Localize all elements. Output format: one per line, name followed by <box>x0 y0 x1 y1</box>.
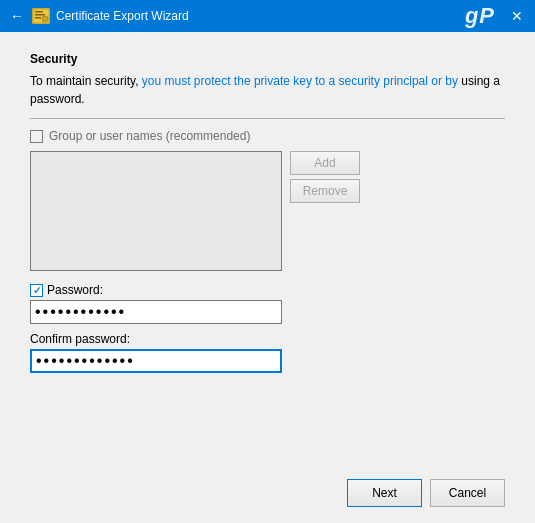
password-label-row: ✓ Password: <box>30 283 505 297</box>
password-label: Password: <box>47 283 103 297</box>
description-plain: To maintain security, <box>30 74 142 88</box>
watermark: gP <box>465 3 495 29</box>
dialog-title: Certificate Export Wizard <box>56 9 189 23</box>
listbox-buttons: Add Remove <box>290 151 360 271</box>
confirm-label-row: Confirm password: <box>30 332 505 346</box>
bottom-bar: Next Cancel <box>30 469 505 507</box>
title-bar-right: gP ✕ <box>465 3 527 29</box>
group-checkbox-label: Group or user names (recommended) <box>49 129 250 143</box>
svg-rect-2 <box>35 14 45 16</box>
section-title: Security <box>30 52 505 66</box>
security-description: To maintain security, you must protect t… <box>30 72 505 108</box>
confirm-password-input[interactable] <box>30 349 282 373</box>
cancel-button[interactable]: Cancel <box>430 479 505 507</box>
remove-button[interactable]: Remove <box>290 179 360 203</box>
dialog-body: Security To maintain security, you must … <box>0 32 535 523</box>
certificate-icon <box>32 8 50 24</box>
group-checkbox[interactable] <box>30 130 43 143</box>
title-bar-left: ← Certificate Export Wizard <box>8 7 189 25</box>
next-button[interactable]: Next <box>347 479 422 507</box>
listbox-area: Add Remove <box>30 151 505 271</box>
confirm-field-row: Confirm password: <box>30 332 505 373</box>
svg-point-4 <box>42 16 48 22</box>
section-divider <box>30 118 505 119</box>
back-button[interactable]: ← <box>8 7 26 25</box>
group-checkbox-row[interactable]: Group or user names (recommended) <box>30 129 505 143</box>
svg-rect-3 <box>35 17 41 19</box>
title-bar: ← Certificate Export Wizard gP ✕ <box>0 0 535 32</box>
close-button[interactable]: ✕ <box>507 6 527 26</box>
password-checkbox[interactable]: ✓ <box>30 284 43 297</box>
password-input[interactable] <box>30 300 282 324</box>
check-mark: ✓ <box>33 285 41 296</box>
add-button[interactable]: Add <box>290 151 360 175</box>
group-listbox[interactable] <box>30 151 282 271</box>
confirm-label: Confirm password: <box>30 332 130 346</box>
description-highlight: you must protect the private key to a se… <box>142 74 458 88</box>
password-field-row: ✓ Password: <box>30 283 505 324</box>
svg-rect-1 <box>35 11 43 13</box>
